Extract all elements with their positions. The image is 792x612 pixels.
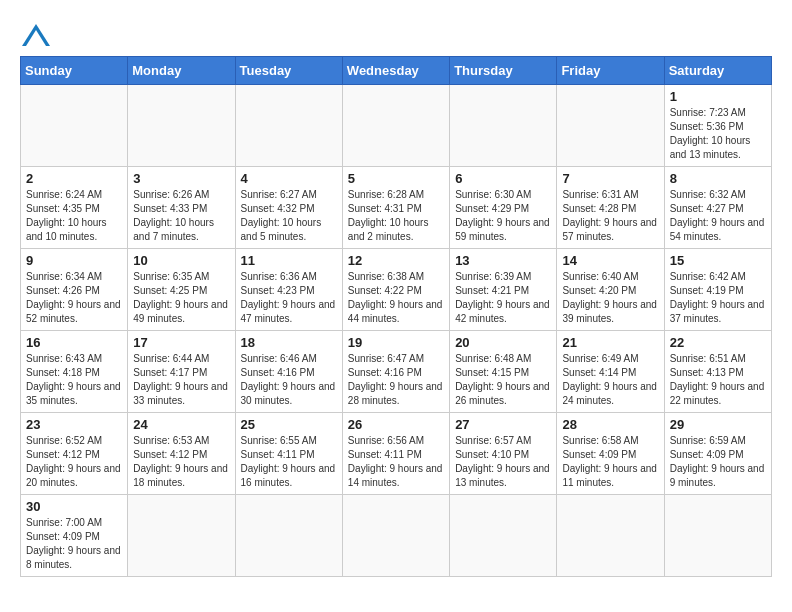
day-number: 1	[670, 89, 766, 104]
day-number: 28	[562, 417, 658, 432]
calendar-header-sunday: Sunday	[21, 57, 128, 85]
day-number: 5	[348, 171, 444, 186]
calendar-header-row: SundayMondayTuesdayWednesdayThursdayFrid…	[21, 57, 772, 85]
calendar-cell	[235, 495, 342, 577]
day-number: 16	[26, 335, 122, 350]
calendar-header-saturday: Saturday	[664, 57, 771, 85]
day-info: Sunrise: 7:00 AM Sunset: 4:09 PM Dayligh…	[26, 516, 122, 572]
day-info: Sunrise: 6:55 AM Sunset: 4:11 PM Dayligh…	[241, 434, 337, 490]
day-number: 27	[455, 417, 551, 432]
calendar-cell	[128, 495, 235, 577]
day-number: 11	[241, 253, 337, 268]
calendar-cell: 5Sunrise: 6:28 AM Sunset: 4:31 PM Daylig…	[342, 167, 449, 249]
day-info: Sunrise: 6:35 AM Sunset: 4:25 PM Dayligh…	[133, 270, 229, 326]
calendar-week-row: 2Sunrise: 6:24 AM Sunset: 4:35 PM Daylig…	[21, 167, 772, 249]
calendar-cell: 1Sunrise: 7:23 AM Sunset: 5:36 PM Daylig…	[664, 85, 771, 167]
calendar-cell: 24Sunrise: 6:53 AM Sunset: 4:12 PM Dayli…	[128, 413, 235, 495]
calendar-cell	[21, 85, 128, 167]
day-number: 23	[26, 417, 122, 432]
calendar-week-row: 16Sunrise: 6:43 AM Sunset: 4:18 PM Dayli…	[21, 331, 772, 413]
day-info: Sunrise: 6:30 AM Sunset: 4:29 PM Dayligh…	[455, 188, 551, 244]
day-number: 30	[26, 499, 122, 514]
day-info: Sunrise: 6:38 AM Sunset: 4:22 PM Dayligh…	[348, 270, 444, 326]
calendar-cell: 2Sunrise: 6:24 AM Sunset: 4:35 PM Daylig…	[21, 167, 128, 249]
day-number: 6	[455, 171, 551, 186]
calendar-cell: 3Sunrise: 6:26 AM Sunset: 4:33 PM Daylig…	[128, 167, 235, 249]
day-info: Sunrise: 6:52 AM Sunset: 4:12 PM Dayligh…	[26, 434, 122, 490]
day-info: Sunrise: 6:31 AM Sunset: 4:28 PM Dayligh…	[562, 188, 658, 244]
day-number: 18	[241, 335, 337, 350]
day-number: 2	[26, 171, 122, 186]
page: SundayMondayTuesdayWednesdayThursdayFrid…	[0, 0, 792, 597]
calendar-cell: 10Sunrise: 6:35 AM Sunset: 4:25 PM Dayli…	[128, 249, 235, 331]
calendar-cell	[235, 85, 342, 167]
calendar-cell: 7Sunrise: 6:31 AM Sunset: 4:28 PM Daylig…	[557, 167, 664, 249]
day-number: 3	[133, 171, 229, 186]
day-info: Sunrise: 6:32 AM Sunset: 4:27 PM Dayligh…	[670, 188, 766, 244]
day-info: Sunrise: 6:57 AM Sunset: 4:10 PM Dayligh…	[455, 434, 551, 490]
day-number: 25	[241, 417, 337, 432]
calendar-cell: 22Sunrise: 6:51 AM Sunset: 4:13 PM Dayli…	[664, 331, 771, 413]
calendar-week-row: 9Sunrise: 6:34 AM Sunset: 4:26 PM Daylig…	[21, 249, 772, 331]
day-number: 19	[348, 335, 444, 350]
day-number: 12	[348, 253, 444, 268]
calendar-cell: 26Sunrise: 6:56 AM Sunset: 4:11 PM Dayli…	[342, 413, 449, 495]
calendar-week-row: 30Sunrise: 7:00 AM Sunset: 4:09 PM Dayli…	[21, 495, 772, 577]
day-info: Sunrise: 6:47 AM Sunset: 4:16 PM Dayligh…	[348, 352, 444, 408]
day-info: Sunrise: 6:51 AM Sunset: 4:13 PM Dayligh…	[670, 352, 766, 408]
logo	[20, 24, 50, 46]
day-number: 20	[455, 335, 551, 350]
calendar-cell: 19Sunrise: 6:47 AM Sunset: 4:16 PM Dayli…	[342, 331, 449, 413]
calendar-cell	[450, 85, 557, 167]
calendar-header-monday: Monday	[128, 57, 235, 85]
day-number: 7	[562, 171, 658, 186]
calendar-cell	[557, 85, 664, 167]
day-info: Sunrise: 7:23 AM Sunset: 5:36 PM Dayligh…	[670, 106, 766, 162]
calendar-cell: 28Sunrise: 6:58 AM Sunset: 4:09 PM Dayli…	[557, 413, 664, 495]
calendar-cell: 11Sunrise: 6:36 AM Sunset: 4:23 PM Dayli…	[235, 249, 342, 331]
day-info: Sunrise: 6:59 AM Sunset: 4:09 PM Dayligh…	[670, 434, 766, 490]
day-info: Sunrise: 6:40 AM Sunset: 4:20 PM Dayligh…	[562, 270, 658, 326]
calendar-cell	[342, 495, 449, 577]
header	[20, 16, 772, 46]
day-info: Sunrise: 6:36 AM Sunset: 4:23 PM Dayligh…	[241, 270, 337, 326]
day-info: Sunrise: 6:43 AM Sunset: 4:18 PM Dayligh…	[26, 352, 122, 408]
calendar-cell: 12Sunrise: 6:38 AM Sunset: 4:22 PM Dayli…	[342, 249, 449, 331]
day-info: Sunrise: 6:56 AM Sunset: 4:11 PM Dayligh…	[348, 434, 444, 490]
calendar-header-wednesday: Wednesday	[342, 57, 449, 85]
day-number: 21	[562, 335, 658, 350]
day-number: 4	[241, 171, 337, 186]
calendar-week-row: 23Sunrise: 6:52 AM Sunset: 4:12 PM Dayli…	[21, 413, 772, 495]
day-number: 22	[670, 335, 766, 350]
day-number: 26	[348, 417, 444, 432]
day-info: Sunrise: 6:24 AM Sunset: 4:35 PM Dayligh…	[26, 188, 122, 244]
day-info: Sunrise: 6:34 AM Sunset: 4:26 PM Dayligh…	[26, 270, 122, 326]
calendar-cell: 4Sunrise: 6:27 AM Sunset: 4:32 PM Daylig…	[235, 167, 342, 249]
logo-icon	[22, 24, 50, 46]
day-number: 9	[26, 253, 122, 268]
calendar-cell: 16Sunrise: 6:43 AM Sunset: 4:18 PM Dayli…	[21, 331, 128, 413]
calendar-cell	[664, 495, 771, 577]
day-number: 8	[670, 171, 766, 186]
day-info: Sunrise: 6:44 AM Sunset: 4:17 PM Dayligh…	[133, 352, 229, 408]
calendar-week-row: 1Sunrise: 7:23 AM Sunset: 5:36 PM Daylig…	[21, 85, 772, 167]
day-info: Sunrise: 6:27 AM Sunset: 4:32 PM Dayligh…	[241, 188, 337, 244]
day-number: 10	[133, 253, 229, 268]
day-info: Sunrise: 6:39 AM Sunset: 4:21 PM Dayligh…	[455, 270, 551, 326]
calendar-cell: 29Sunrise: 6:59 AM Sunset: 4:09 PM Dayli…	[664, 413, 771, 495]
calendar-cell: 25Sunrise: 6:55 AM Sunset: 4:11 PM Dayli…	[235, 413, 342, 495]
calendar-cell: 8Sunrise: 6:32 AM Sunset: 4:27 PM Daylig…	[664, 167, 771, 249]
day-number: 14	[562, 253, 658, 268]
calendar-cell: 17Sunrise: 6:44 AM Sunset: 4:17 PM Dayli…	[128, 331, 235, 413]
calendar-cell	[450, 495, 557, 577]
day-number: 24	[133, 417, 229, 432]
calendar-cell: 27Sunrise: 6:57 AM Sunset: 4:10 PM Dayli…	[450, 413, 557, 495]
calendar-header-thursday: Thursday	[450, 57, 557, 85]
day-number: 17	[133, 335, 229, 350]
calendar-header-tuesday: Tuesday	[235, 57, 342, 85]
day-info: Sunrise: 6:53 AM Sunset: 4:12 PM Dayligh…	[133, 434, 229, 490]
day-info: Sunrise: 6:42 AM Sunset: 4:19 PM Dayligh…	[670, 270, 766, 326]
calendar-cell: 9Sunrise: 6:34 AM Sunset: 4:26 PM Daylig…	[21, 249, 128, 331]
calendar-cell: 30Sunrise: 7:00 AM Sunset: 4:09 PM Dayli…	[21, 495, 128, 577]
calendar-header-friday: Friday	[557, 57, 664, 85]
